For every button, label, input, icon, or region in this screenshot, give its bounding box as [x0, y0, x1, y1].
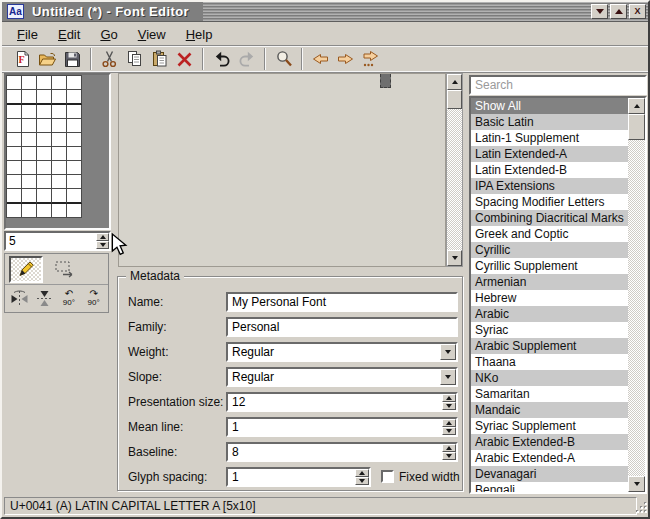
- selected-glyph-marker[interactable]: [380, 74, 391, 88]
- glyph-spacing-field[interactable]: [228, 469, 369, 485]
- glyph-grid-cell[interactable]: [22, 76, 37, 90]
- list-vertical-scrollbar[interactable]: [628, 98, 645, 492]
- glyph-grid-cell[interactable]: [22, 175, 37, 189]
- glyph-grid-cell[interactable]: [7, 204, 22, 218]
- glyph-grid-cell[interactable]: [52, 161, 67, 175]
- copy-button[interactable]: [122, 47, 147, 71]
- glyph-grid-cell[interactable]: [7, 90, 22, 105]
- glyph-grid-cell[interactable]: [37, 175, 52, 189]
- pencil-tool-button[interactable]: [9, 256, 43, 283]
- glyph-grid-cell[interactable]: [67, 90, 82, 105]
- spin-up-button[interactable]: [442, 419, 456, 427]
- block-list-item[interactable]: Mandaic: [471, 402, 628, 418]
- block-list-item[interactable]: Arabic Extended-B: [471, 434, 628, 450]
- glyph-grid-cell[interactable]: [37, 133, 52, 147]
- glyph-grid-cell[interactable]: [67, 161, 82, 175]
- glyph-grid-cell[interactable]: [37, 204, 52, 218]
- glyph-grid-cell[interactable]: [7, 147, 22, 161]
- glyph-grid-cell[interactable]: [37, 161, 52, 175]
- glyph-grid-cell[interactable]: [22, 147, 37, 161]
- glyph-grid-cell[interactable]: [52, 147, 67, 161]
- glyph-grid-cell[interactable]: [22, 189, 37, 204]
- glyph-grid-cell[interactable]: [52, 133, 67, 147]
- name-field[interactable]: [228, 294, 456, 310]
- block-list-item[interactable]: Cyrillic: [471, 242, 628, 258]
- block-list-item[interactable]: Latin Extended-A: [471, 146, 628, 162]
- glyph-grid-cell[interactable]: [37, 76, 52, 90]
- glyph-grid-cell[interactable]: [22, 90, 37, 105]
- back-button[interactable]: [308, 47, 333, 71]
- glyph-grid-cell[interactable]: [67, 147, 82, 161]
- glyph-width-input[interactable]: [6, 233, 86, 249]
- block-list-item[interactable]: Cyrillic Supplement: [471, 258, 628, 274]
- scrollbar-thumb[interactable]: [447, 90, 462, 109]
- zoom-button[interactable]: [271, 47, 296, 71]
- block-list-item[interactable]: Latin-1 Supplement: [471, 130, 628, 146]
- block-list-item[interactable]: Armenian: [471, 274, 628, 290]
- menu-item-view[interactable]: View: [128, 25, 176, 44]
- spin-down-button[interactable]: [442, 402, 456, 410]
- glyph-grid-cell[interactable]: [37, 189, 52, 204]
- spin-up-button[interactable]: [442, 444, 456, 452]
- scroll-down-button[interactable]: [628, 476, 645, 492]
- glyph-grid-cell[interactable]: [52, 204, 67, 218]
- slope-dropdown[interactable]: [226, 367, 458, 387]
- close-button[interactable]: X: [629, 4, 646, 19]
- delete-button[interactable]: [172, 47, 197, 71]
- flip-vertical-button[interactable]: [32, 285, 57, 311]
- menu-item-go[interactable]: Go: [90, 25, 127, 44]
- redo-button[interactable]: [234, 47, 259, 71]
- block-list-item[interactable]: Arabic: [471, 306, 628, 322]
- glyph-grid-cell[interactable]: [22, 133, 37, 147]
- block-list-item[interactable]: Syriac: [471, 322, 628, 338]
- glyph-overview-canvas[interactable]: [118, 73, 446, 267]
- block-list-item[interactable]: Bengali: [471, 482, 628, 494]
- glyph-grid-cell[interactable]: [37, 119, 52, 133]
- block-list-item[interactable]: Basic Latin: [471, 114, 628, 130]
- glyph-grid-cell[interactable]: [7, 133, 22, 147]
- glyph-grid-cell[interactable]: [67, 105, 82, 119]
- spin-down-button[interactable]: [442, 452, 456, 460]
- menu-item-file[interactable]: File: [7, 25, 48, 44]
- block-list-item[interactable]: IPA Extensions: [471, 178, 628, 194]
- glyph-grid-cell[interactable]: [22, 204, 37, 218]
- block-list-item[interactable]: Show All: [471, 98, 628, 114]
- spin-up-button[interactable]: [96, 233, 109, 241]
- slope-value[interactable]: [228, 369, 456, 385]
- forward-button[interactable]: [333, 47, 358, 71]
- glyph-width-spinner[interactable]: [4, 231, 111, 251]
- glyph-grid-cell[interactable]: [52, 76, 67, 90]
- glyph-grid-cell[interactable]: [67, 204, 82, 218]
- glyph-grid-cell[interactable]: [22, 105, 37, 119]
- glyph-grid-cell[interactable]: [37, 147, 52, 161]
- save-button[interactable]: [60, 47, 85, 71]
- cut-button[interactable]: [97, 47, 122, 71]
- block-list-item[interactable]: Greek and Coptic: [471, 226, 628, 242]
- weight-value[interactable]: [228, 344, 456, 360]
- glyph-grid-cell[interactable]: [67, 76, 82, 90]
- block-list-item[interactable]: Samaritan: [471, 386, 628, 402]
- flip-horizontal-button[interactable]: [7, 285, 32, 311]
- glyph-grid-cell[interactable]: [7, 189, 22, 204]
- spin-up-button[interactable]: [442, 394, 456, 402]
- block-list-item[interactable]: Arabic Supplement: [471, 338, 628, 354]
- glyph-grid-cell[interactable]: [37, 105, 52, 119]
- resize-grip[interactable]: [636, 501, 648, 515]
- glyph-grid-cell[interactable]: [67, 133, 82, 147]
- glyph-grid-cell[interactable]: [7, 161, 22, 175]
- glyph-grid-cell[interactable]: [52, 189, 67, 204]
- new-button[interactable]: F: [10, 47, 35, 71]
- paste-button[interactable]: [147, 47, 172, 71]
- selection-tool-button[interactable]: [51, 256, 79, 282]
- glyph-grid-cell[interactable]: [67, 189, 82, 204]
- family-field[interactable]: [228, 319, 456, 335]
- block-list-item[interactable]: Devanagari: [471, 466, 628, 482]
- fixed-width-checkbox[interactable]: [381, 470, 394, 483]
- rotate-right-button[interactable]: ↷ 90°: [81, 285, 106, 311]
- iconize-button[interactable]: [591, 4, 608, 19]
- canvas-vertical-scrollbar[interactable]: [446, 73, 463, 267]
- block-list-item[interactable]: NKo: [471, 370, 628, 386]
- glyph-grid-cell[interactable]: [67, 119, 82, 133]
- glyph-grid-cell[interactable]: [52, 90, 67, 105]
- glyph-grid-cell[interactable]: [52, 105, 67, 119]
